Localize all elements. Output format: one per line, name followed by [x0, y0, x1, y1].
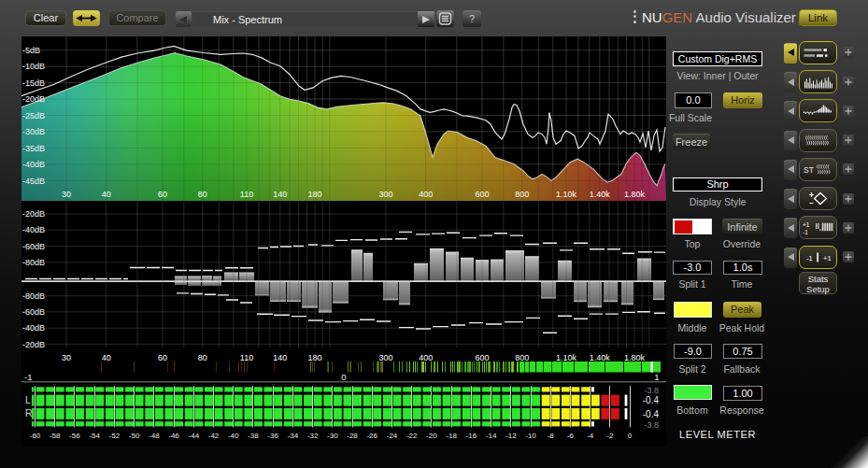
svg-text:-6: -6 [567, 432, 575, 440]
svg-text:-10: -10 [525, 432, 536, 440]
svg-text:L: L [25, 394, 31, 405]
svg-text:400: 400 [419, 353, 433, 362]
svg-text:-60dB: -60dB [22, 242, 45, 251]
svg-text:-40dB: -40dB [22, 225, 45, 234]
svg-text:-52: -52 [109, 432, 121, 440]
svg-text:-1: -1 [806, 254, 813, 262]
svg-text:-58: -58 [50, 432, 61, 440]
svg-text:600: 600 [475, 353, 489, 362]
svg-text:-15dB: -15dB [22, 78, 45, 88]
svg-text:-60dB: -60dB [22, 307, 45, 317]
svg-text:60: 60 [158, 353, 167, 362]
svg-text:110: 110 [240, 353, 253, 362]
svg-text:1.80k: 1.80k [624, 353, 646, 362]
svg-text:-46: -46 [168, 432, 179, 440]
svg-text:-56: -56 [69, 432, 80, 440]
svg-text:30: 30 [62, 190, 71, 199]
svg-text:+1: +1 [803, 221, 810, 228]
svg-text:-26: -26 [366, 432, 377, 440]
svg-text:-42: -42 [208, 432, 220, 440]
svg-text:-32: -32 [307, 432, 319, 440]
svg-text:-36: -36 [267, 432, 278, 440]
svg-text:ST: ST [804, 165, 814, 175]
svg-text:1.10k: 1.10k [556, 190, 577, 199]
svg-text:-45dB: -45dB [22, 177, 45, 186]
svg-text:-3.8: -3.8 [644, 420, 659, 430]
svg-text:-5dB: -5dB [22, 46, 40, 55]
svg-text:-14: -14 [486, 432, 497, 440]
svg-text:-40dB: -40dB [22, 160, 45, 169]
svg-text:-1: -1 [803, 229, 808, 235]
svg-text:400: 400 [419, 190, 433, 199]
svg-text:800: 800 [515, 190, 529, 199]
svg-text:-4: -4 [587, 432, 594, 440]
svg-text:-34: -34 [288, 432, 299, 440]
svg-text:-3.8: -3.8 [644, 386, 659, 395]
svg-text:-10dB: -10dB [22, 62, 45, 71]
svg-text:60: 60 [158, 190, 167, 199]
svg-text:-40dB: -40dB [22, 323, 45, 333]
svg-text:-80dB: -80dB [22, 258, 45, 267]
svg-text:-16: -16 [466, 432, 477, 440]
svg-text:-80dB: -80dB [22, 291, 45, 301]
svg-text:-22: -22 [406, 432, 418, 440]
svg-text:-28: -28 [347, 432, 358, 440]
svg-text:180: 180 [308, 190, 322, 199]
svg-text:80: 80 [198, 190, 207, 199]
svg-text:-1: -1 [24, 372, 32, 382]
svg-text:-12: -12 [505, 432, 517, 440]
svg-text:800: 800 [515, 353, 529, 362]
svg-text:600: 600 [475, 190, 489, 199]
svg-text:30: 30 [62, 353, 71, 362]
svg-text:140: 140 [273, 353, 287, 362]
svg-text:1.40k: 1.40k [590, 353, 611, 362]
svg-text:-25dB: -25dB [22, 111, 45, 121]
svg-text:0: 0 [628, 432, 633, 440]
svg-text:1.40k: 1.40k [590, 190, 611, 199]
svg-text:-40: -40 [228, 432, 239, 440]
svg-text:300: 300 [378, 353, 392, 362]
svg-text:-2: -2 [606, 432, 614, 440]
svg-text:-20dB: -20dB [22, 94, 45, 104]
svg-text:1.80k: 1.80k [624, 190, 646, 199]
svg-text:-44: -44 [189, 432, 200, 440]
svg-text:0: 0 [341, 372, 346, 382]
svg-text:40: 40 [102, 190, 111, 199]
svg-text:180: 180 [308, 353, 322, 362]
svg-text:-20: -20 [426, 432, 437, 440]
svg-text:-38: -38 [248, 432, 259, 440]
svg-text:80: 80 [198, 353, 207, 362]
svg-text:140: 140 [273, 190, 287, 199]
svg-text:-8: -8 [548, 432, 555, 440]
svg-text:-50: -50 [129, 432, 140, 440]
svg-text:300: 300 [378, 190, 392, 199]
svg-text:-30dB: -30dB [22, 127, 45, 136]
svg-text:+1: +1 [823, 254, 832, 262]
svg-text:-35dB: -35dB [22, 144, 45, 153]
svg-text:-20dB: -20dB [22, 340, 45, 349]
svg-text:-54: -54 [89, 432, 100, 440]
svg-text:1.10k: 1.10k [556, 353, 577, 362]
svg-text:-60: -60 [30, 432, 41, 440]
svg-text:-30: -30 [327, 432, 338, 440]
svg-text:-48: -48 [149, 432, 160, 440]
svg-text:-24: -24 [387, 432, 398, 440]
svg-text:110: 110 [240, 190, 253, 199]
svg-text:R: R [25, 407, 33, 418]
svg-text:-20dB: -20dB [22, 209, 45, 219]
svg-text:-18: -18 [446, 432, 457, 440]
svg-text:40: 40 [102, 353, 111, 362]
